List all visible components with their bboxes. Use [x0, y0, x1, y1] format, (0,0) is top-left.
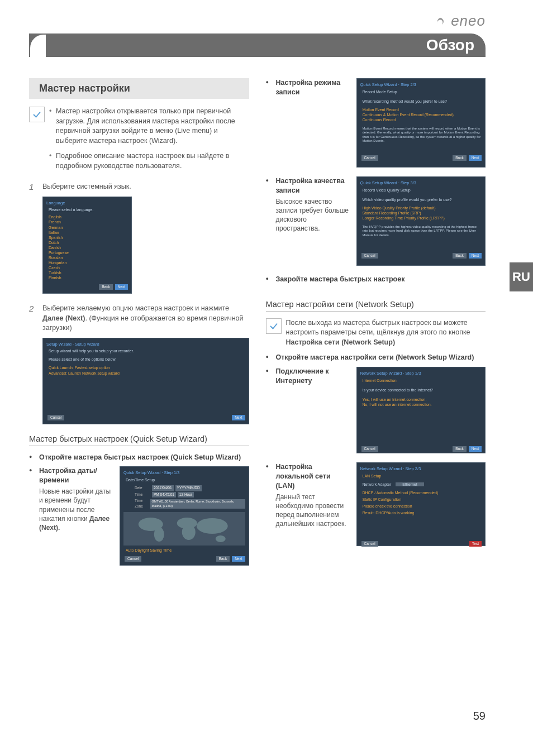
shot-option: Advanced: Launch Network setup wizard: [46, 371, 245, 376]
shot-prompt: Please select a language.: [46, 207, 128, 212]
time-label: Time: [135, 492, 150, 497]
bullet-label: Настройка локальной сети (LAN): [276, 463, 331, 490]
page-header: Обзор: [29, 34, 486, 57]
step-number: 1: [29, 182, 42, 192]
note-bold: Настройка сети (Network Setup): [286, 338, 396, 346]
shot-title: Quick Setup Wizard · Step 3/3: [360, 180, 482, 186]
bullet-internet: Подключение к Интернету: [266, 367, 350, 386]
back-button: Back: [216, 556, 230, 562]
lang-opt: Hungarian: [46, 260, 128, 265]
svg-point-5: [216, 535, 226, 542]
time-format: 12 Hour: [178, 492, 194, 497]
shot-option: Please check the connection: [360, 504, 482, 509]
brand-text: eneo: [451, 12, 486, 29]
lang-opt: Spanish: [46, 235, 128, 240]
bullet-open-quick: Откройте мастера быстрых настроек (Quick…: [29, 453, 249, 462]
lang-opt: Czech: [46, 265, 128, 270]
time-value: PM 04:45:01: [152, 492, 176, 497]
right-column: Настройка режима записи Quick Setup Wiza…: [266, 78, 486, 575]
date-label: Date: [135, 485, 150, 491]
shot-note: The HVQPP provides the highest video qua…: [360, 225, 482, 237]
language-tab: RU: [510, 262, 533, 291]
bullet-note: Новые настройки даты и времени будут при…: [39, 487, 113, 532]
step-number: 2: [29, 304, 42, 333]
bullet-label: Настройка даты/времени: [39, 467, 97, 484]
next-button: Next: [469, 446, 482, 452]
note-item: Подробное описание мастера настроек вы н…: [49, 151, 249, 171]
next-button: Next: [232, 415, 245, 420]
cancel-button: Cancel: [125, 556, 141, 562]
back-button: Back: [453, 446, 466, 452]
shot-subtitle: Date/Time Setup: [123, 477, 245, 482]
shot-note: Motion Event Record means that the syste…: [360, 127, 482, 143]
svg-point-4: [197, 518, 228, 534]
lang-opt: Danish: [46, 245, 128, 250]
screenshot-rec-mode: Quick Setup Wizard · Step 2/3 Record Mod…: [356, 78, 486, 168]
shot-subtitle: LAN Setup: [360, 473, 482, 479]
date-value: 2017/04/01: [152, 485, 174, 491]
bullet-close-quick: Закройте мастера быстрых настроек: [266, 275, 486, 284]
shot-option: High Video Quality Priority Profile (def…: [360, 205, 482, 210]
back-button: Back: [99, 284, 112, 290]
bullet-open-net: Откройте мастера настройки сети (Network…: [266, 353, 486, 362]
lang-opt: Russian: [46, 255, 128, 260]
shot-subtitle: Record Video Quality Setup: [360, 188, 482, 193]
lang-opt: French: [46, 219, 128, 224]
screenshot-datetime: Quick Setup Wizard · Step 1/3 Date/Time …: [120, 466, 249, 566]
bullet-note: Высокое качество записи требует больше д…: [276, 197, 350, 233]
shot-option: Standard Recording Profile (SRP): [360, 210, 482, 216]
screenshot-language: Language Please select a language. Engli…: [42, 197, 132, 294]
bullet-note: Данный тест необходимо провести перед вы…: [276, 492, 350, 529]
shot-title: Quick Setup Wizard · Step 2/3: [360, 82, 482, 88]
next-button: Next: [469, 155, 482, 161]
shot-subtitle: Record Mode Setup: [360, 89, 482, 94]
svg-point-3: [182, 524, 196, 540]
cancel-button: Cancel: [361, 155, 378, 161]
next-button: Next: [115, 284, 128, 290]
bullet-label: Настройка качества записи: [276, 177, 345, 194]
shot-title: Language: [46, 200, 128, 206]
swirl-icon: [434, 16, 446, 28]
checkmark-icon: [266, 318, 282, 334]
shot-option: Quick Launch: Fastest setup option: [46, 365, 245, 370]
checkmark-icon: [29, 107, 45, 122]
shot-option: Motion Event Record: [360, 107, 482, 112]
shot-line: Which video quality profile would you pr…: [360, 197, 482, 202]
note-item: Мастер настройки открывается только при …: [49, 107, 249, 146]
screenshot-wizard-select: Setup Wizard · Setup wizard Setup wizard…: [42, 338, 249, 424]
shot-line: What recording method would you prefer t…: [360, 99, 482, 104]
shot-option: Static IP Configuration: [360, 497, 482, 502]
shot-option: Longer Recording Time Priority Profile (…: [360, 216, 482, 221]
screenshot-rec-quality: Quick Setup Wizard · Step 3/3 Record Vid…: [356, 176, 486, 266]
lang-opt: Finnish: [46, 275, 128, 280]
screenshot-lan: Network Setup Wizard · Step 2/3 LAN Setu…: [356, 462, 486, 546]
date-format: YYYY/MM/DD: [175, 485, 202, 491]
page-header-text: Обзор: [426, 36, 474, 54]
dst-option: Auto Daylight Saving Time: [123, 548, 245, 553]
shot-option: Yes, I will use an internet connection.: [360, 397, 482, 402]
back-button: Back: [453, 253, 466, 259]
row-value: Ethernet: [396, 482, 423, 486]
note-list: Мастер настройки открывается только при …: [49, 107, 249, 176]
lang-opt: Portuguese: [46, 250, 128, 255]
lang-opt: Dutch: [46, 240, 128, 245]
bullet-datetime: Настройка даты/времени Новые настройки д…: [29, 466, 113, 532]
lang-opt: English: [46, 214, 128, 219]
lang-opt: Italian: [46, 230, 128, 235]
step-text-bold: Далее (Next): [42, 314, 85, 322]
back-button: Back: [453, 155, 466, 161]
shot-line: Is your device connected to the Internet…: [360, 387, 482, 393]
svg-point-1: [154, 527, 164, 542]
shot-line: Setup wizard will help you to setup your…: [46, 348, 245, 353]
shot-row: Network Adapter Ethernet: [360, 482, 482, 487]
tz-value: GMT+01:00 Amsterdam, Berlin, Rome, Stock…: [150, 499, 245, 509]
tz-label: Time Zone: [135, 498, 149, 510]
shot-option: Continuous Record: [360, 117, 482, 122]
subsection-heading: Мастер настройки сети (Network Setup): [266, 300, 486, 312]
cancel-button: Cancel: [361, 446, 378, 452]
world-map-graphic: [123, 512, 245, 546]
left-column: Мастер настройки Мастер настройки открыв…: [29, 78, 249, 575]
subsection-heading: Мастер быстрых настроек (Quick Setup Wiz…: [29, 434, 249, 446]
cancel-button: Cancel: [47, 415, 64, 420]
shot-option: No, I will not use an internet connectio…: [360, 402, 482, 407]
